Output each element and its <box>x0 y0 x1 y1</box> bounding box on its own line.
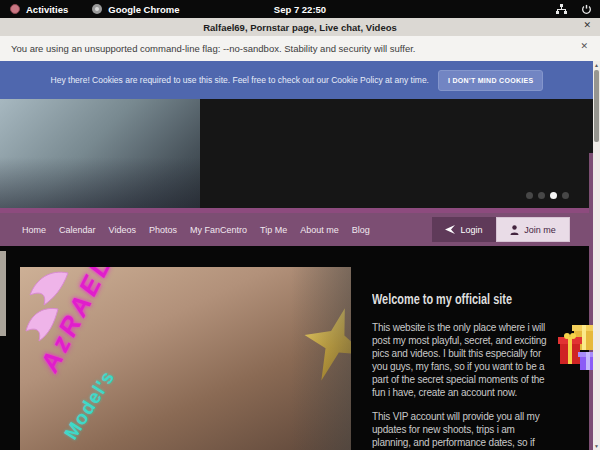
cookie-message: Hey there! Cookies are required to use t… <box>51 75 429 85</box>
nav-item-aboutme[interactable]: About me <box>300 225 339 235</box>
carousel-dots <box>526 192 569 199</box>
join-me-label: Join me <box>524 225 556 235</box>
window-title: Ralfael69, Pornstar page, Live chat, Vid… <box>203 22 397 33</box>
power-icon[interactable] <box>581 4 592 15</box>
send-icon <box>445 225 455 234</box>
carousel-dot-active[interactable] <box>550 192 557 199</box>
main-content: AzRAEL Model's Welcome to my official si… <box>0 246 594 450</box>
sandbox-warning-bar: You are using an unsupported command-lin… <box>0 36 600 62</box>
warning-message: You are using an unsupported command-lin… <box>11 43 416 54</box>
site-navbar: Home Calendar Videos Photos My FanCentro… <box>0 213 594 246</box>
clock-button[interactable]: Sep 7 22:50 <box>0 4 600 15</box>
nav-item-calendar[interactable]: Calendar <box>59 225 96 235</box>
nav-item-videos[interactable]: Videos <box>109 225 136 235</box>
nav-item-tipme[interactable]: Tip Me <box>260 225 287 235</box>
hero-image-placeholder <box>0 99 200 208</box>
browser-scrollbar[interactable]: ▲ ▼ <box>593 61 600 450</box>
scroll-up-icon[interactable]: ▲ <box>593 61 600 69</box>
gold-star-icon <box>303 307 351 387</box>
carousel-dot[interactable] <box>562 192 569 199</box>
network-icon[interactable] <box>556 4 567 15</box>
window-close-icon[interactable]: ✕ <box>583 20 591 30</box>
cookie-accept-button[interactable]: I DON'T MIND COOKIES <box>438 70 543 91</box>
nav-item-home[interactable]: Home <box>22 225 46 235</box>
carousel-dot[interactable] <box>538 192 545 199</box>
welcome-section: Welcome to my official site This website… <box>372 291 550 450</box>
nav-item-fancentro[interactable]: My FanCentro <box>190 225 247 235</box>
carousel-dot[interactable] <box>526 192 533 199</box>
system-top-bar: Activities Google Chrome Sep 7 22:50 <box>0 0 600 18</box>
join-me-button[interactable]: Join me <box>496 217 570 242</box>
login-label: Login <box>460 225 482 235</box>
page-edge-artifact <box>0 251 6 336</box>
login-button[interactable]: Login <box>432 217 496 242</box>
cookie-notice-bar: Hey there! Cookies are required to use t… <box>0 61 594 99</box>
nav-item-photos[interactable]: Photos <box>149 225 177 235</box>
scrollbar-thumb[interactable] <box>594 70 599 142</box>
window-titlebar[interactable]: Ralfael69, Pornstar page, Live chat, Vid… <box>0 18 600 37</box>
logo-subtext: Model's <box>60 367 119 444</box>
profile-photo-placeholder: AzRAEL Model's <box>20 267 351 450</box>
scroll-down-icon[interactable]: ▼ <box>593 442 600 450</box>
person-icon <box>510 225 519 235</box>
nav-item-blog[interactable]: Blog <box>352 225 370 235</box>
warning-close-icon[interactable]: ✕ <box>580 41 588 51</box>
hero-carousel <box>0 99 594 208</box>
gifts-sticker-icon[interactable] <box>558 322 598 376</box>
welcome-paragraph: This website is the only place where i w… <box>372 321 550 399</box>
welcome-paragraph: This VIP account will provide you all my… <box>372 410 550 450</box>
desktop-screen: Activities Google Chrome Sep 7 22:50 Ral… <box>0 0 600 450</box>
welcome-heading: Welcome to my official site <box>372 291 511 307</box>
